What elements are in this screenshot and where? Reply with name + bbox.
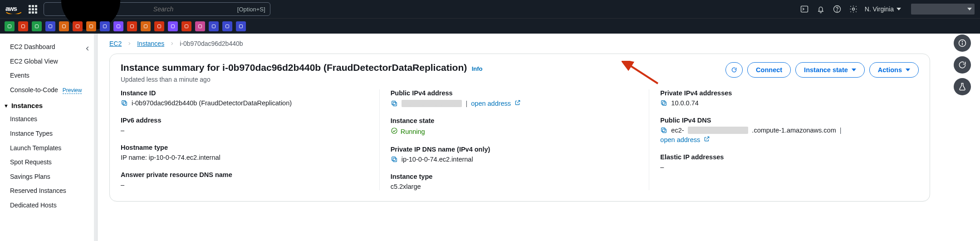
aws-logo[interactable]: aws <box>5 4 22 14</box>
svg-rect-38 <box>662 128 665 132</box>
open-address-link[interactable]: open address <box>660 136 700 143</box>
answer-dns-value: – <box>121 181 370 188</box>
copy-icon[interactable] <box>121 99 128 107</box>
summary-columns: Instance ID i-0b970dac96d2b440b (FraudDe… <box>121 89 919 190</box>
sidebar-link-console-to-code[interactable]: Console-to-Code Preview <box>0 83 97 98</box>
instance-id-value: i-0b970dac96d2b440b (FraudDetectorDataRe… <box>132 99 292 107</box>
rail-info-icon[interactable] <box>954 34 971 52</box>
svg-point-6 <box>852 8 854 10</box>
notifications-icon[interactable] <box>816 4 826 14</box>
rail-refresh-icon[interactable] <box>954 56 971 74</box>
favorite-service-icon[interactable] <box>100 21 110 31</box>
global-search: [Option+S] <box>44 2 270 16</box>
breadcrumb-root[interactable]: EC2 <box>109 40 122 47</box>
breadcrumb-instances[interactable]: Instances <box>137 40 164 47</box>
private-dns-value: ip-10-0-0-74.ec2.internal <box>402 156 473 163</box>
sidebar-link-global-view[interactable]: EC2 Global View <box>0 54 97 69</box>
svg-rect-34 <box>392 157 395 161</box>
external-link-icon[interactable] <box>704 136 710 143</box>
favorite-service-icon[interactable] <box>127 21 137 31</box>
sidebar-group-instances[interactable]: ▼ Instances <box>0 97 97 112</box>
status-ok-icon <box>391 127 398 136</box>
search-input[interactable] <box>153 5 234 13</box>
favorite-service-icon[interactable] <box>141 21 151 31</box>
svg-rect-18 <box>158 25 161 28</box>
ipv6-label: IPv6 address <box>121 117 370 124</box>
rail-experiments-icon[interactable] <box>954 78 971 95</box>
svg-rect-23 <box>226 25 229 28</box>
svg-point-5 <box>837 11 837 11</box>
favorite-service-icon[interactable] <box>18 21 28 31</box>
sidebar-item-instances[interactable]: Instances <box>0 112 97 127</box>
settings-icon[interactable] <box>848 4 858 14</box>
private-ipv4-value: 10.0.0.74 <box>671 99 698 107</box>
connect-button[interactable]: Connect <box>747 62 791 78</box>
svg-rect-22 <box>212 25 216 28</box>
open-address-link[interactable]: open address <box>471 100 511 107</box>
sidebar-item-reserved-instances[interactable]: Reserved Instances <box>0 184 97 198</box>
favorite-service-icon[interactable] <box>5 21 15 31</box>
favorite-service-icon[interactable] <box>45 21 55 31</box>
cloudshell-icon[interactable] <box>799 4 809 14</box>
chevron-down-icon <box>906 69 910 71</box>
sidebar-item-savings-plans[interactable]: Savings Plans <box>0 170 97 184</box>
help-rail <box>954 34 971 95</box>
help-icon[interactable] <box>832 4 842 14</box>
public-ipv4-redacted: XXXXXXXXXXXXX3 <box>402 100 462 107</box>
sidebar-link-dashboard[interactable]: EC2 Dashboard <box>0 40 97 54</box>
svg-rect-8 <box>22 25 25 28</box>
favorite-service-icon[interactable] <box>59 21 69 31</box>
svg-rect-15 <box>117 25 120 28</box>
actions-button[interactable]: Actions <box>869 62 919 78</box>
sidebar-item-spot-requests[interactable]: Spot Requests <box>0 155 97 170</box>
sidebar-link-events[interactable]: Events <box>0 69 97 83</box>
region-selector[interactable]: N. Virginia <box>865 5 901 13</box>
instance-state-button[interactable]: Instance state <box>795 62 865 78</box>
sidebar-group-label: Instances <box>11 102 43 109</box>
answer-dns-label: Answer private resource DNS name <box>121 171 370 178</box>
preview-badge: Preview <box>63 87 82 94</box>
favorite-service-icon[interactable] <box>209 21 219 31</box>
favorite-service-icon[interactable] <box>32 21 42 31</box>
sidebar-item-dedicated-hosts[interactable]: Dedicated Hosts <box>0 198 97 213</box>
page-title: Instance summary for i-0b970dac96d2b440b… <box>121 62 467 73</box>
private-dns-label: Private IP DNS name (IPv4 only) <box>391 146 640 153</box>
favorite-service-icon[interactable] <box>236 21 246 31</box>
sidebar-item-instance-types[interactable]: Instance Types <box>0 127 97 141</box>
favorite-service-icon[interactable] <box>168 21 178 31</box>
caret-down-icon: ▼ <box>4 103 9 108</box>
services-menu-icon[interactable] <box>29 5 37 14</box>
svg-rect-13 <box>90 25 93 28</box>
instance-type-value: c5.2xlarge <box>391 183 640 190</box>
favorite-service-icon[interactable] <box>222 21 232 31</box>
collapse-sidebar-icon[interactable] <box>84 45 91 54</box>
favorite-service-icon[interactable] <box>113 21 123 31</box>
hostname-type-label: Hostname type <box>121 144 370 151</box>
favorite-service-icon[interactable] <box>181 21 191 31</box>
chevron-right-icon <box>170 40 174 47</box>
favorite-service-icon[interactable] <box>73 21 83 31</box>
breadcrumb-instance-id: i-0b970dac96d2b440b <box>180 40 243 47</box>
sidebar-item-launch-templates[interactable]: Launch Templates <box>0 141 97 156</box>
pipe-sep: | <box>466 100 467 107</box>
favorite-service-icon[interactable] <box>154 21 164 31</box>
public-dns-prefix: ec2- <box>671 127 684 134</box>
svg-rect-10 <box>49 25 52 28</box>
info-link[interactable]: Info <box>472 65 483 72</box>
public-dns-label: Public IPv4 DNS <box>660 117 910 124</box>
account-menu[interactable] <box>911 4 975 15</box>
chevron-down-icon <box>897 8 901 10</box>
search-box[interactable]: [Option+S] <box>44 2 270 16</box>
copy-icon[interactable] <box>660 127 667 134</box>
svg-rect-31 <box>392 101 395 104</box>
state-text: Running <box>401 128 425 135</box>
copy-icon[interactable] <box>391 156 398 163</box>
refresh-button[interactable] <box>725 62 743 78</box>
breadcrumb: EC2 Instances i-0b970dac96d2b440b <box>109 38 980 54</box>
favorite-service-icon[interactable] <box>195 21 205 31</box>
external-link-icon[interactable] <box>514 99 521 107</box>
copy-icon[interactable] <box>391 100 398 107</box>
copy-icon[interactable] <box>660 99 667 107</box>
favorite-service-icon[interactable] <box>86 21 96 31</box>
col-3: Private IPv4 addresses 10.0.0.74 Public … <box>649 89 919 190</box>
